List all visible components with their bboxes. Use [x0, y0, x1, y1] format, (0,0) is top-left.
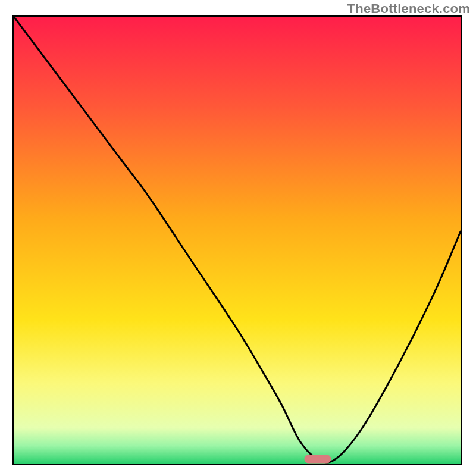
chart-container: TheBottleneck.com: [0, 0, 476, 476]
optimal-marker: [305, 455, 331, 464]
chart-background: [14, 17, 461, 464]
watermark-text: TheBottleneck.com: [347, 1, 470, 17]
plot-frame: [12, 15, 462, 465]
plot-svg: [14, 17, 461, 464]
